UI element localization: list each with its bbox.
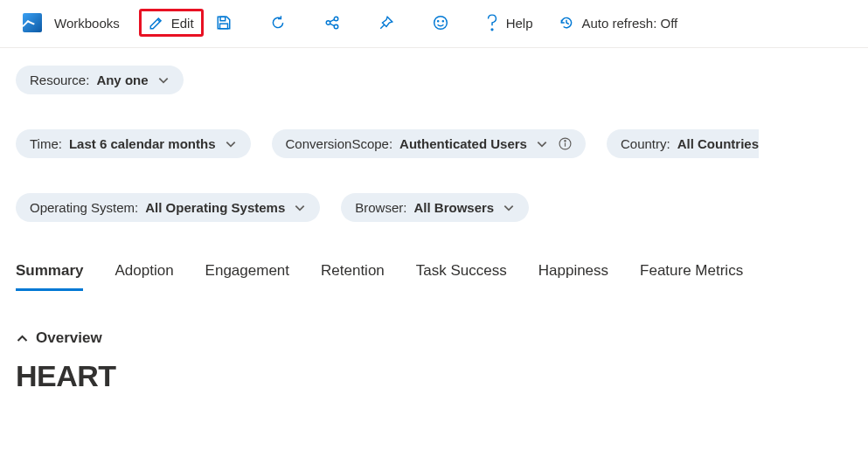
filter-country[interactable]: Country: All Countries <box>607 129 759 158</box>
filter-label: Resource: <box>30 73 89 87</box>
autorefresh-button[interactable]: Auto refresh: Off <box>552 11 684 34</box>
filter-value: Any one <box>96 73 148 87</box>
svg-point-10 <box>565 141 566 142</box>
svg-point-4 <box>334 24 338 29</box>
filter-value: All Browsers <box>413 200 494 215</box>
workbooks-label: Workbooks <box>54 16 120 31</box>
smiley-icon <box>433 15 448 31</box>
help-label: Help <box>506 16 533 31</box>
save-icon <box>216 15 232 31</box>
svg-point-8 <box>491 29 493 31</box>
filter-os[interactable]: Operating System: All Operating Systems <box>16 193 320 222</box>
filter-value: Last 6 calendar months <box>69 136 216 151</box>
tab-feature-metrics[interactable]: Feature Metrics <box>640 262 743 291</box>
pin-button[interactable] <box>370 11 403 34</box>
help-icon <box>485 14 499 31</box>
chevron-down-icon <box>225 138 237 150</box>
svg-point-3 <box>334 17 338 21</box>
toolbar: Workbooks Edit <box>0 0 868 48</box>
edit-button[interactable]: Edit <box>139 9 204 37</box>
info-icon <box>559 137 572 150</box>
refresh-button[interactable] <box>261 11 295 34</box>
filter-label: Operating System: <box>30 200 138 215</box>
chevron-down-icon <box>294 202 306 214</box>
workbooks-button[interactable]: Workbooks <box>16 10 127 36</box>
tab-task-success[interactable]: Task Success <box>416 262 507 291</box>
filter-label: ConversionScope: <box>286 136 393 151</box>
overview-section: Overview HEART <box>0 291 868 393</box>
svg-rect-0 <box>220 17 226 21</box>
autorefresh-label: Auto refresh: Off <box>581 16 677 31</box>
pin-icon <box>378 15 394 31</box>
filter-value: All Countries <box>677 136 759 151</box>
refresh-icon <box>270 15 286 31</box>
chevron-up-icon <box>16 332 29 345</box>
tab-adoption[interactable]: Adoption <box>115 262 173 291</box>
svg-point-6 <box>437 21 438 22</box>
share-icon <box>324 15 340 31</box>
edit-label: Edit <box>171 16 194 31</box>
filter-label: Country: <box>621 136 670 151</box>
tab-retention[interactable]: Retention <box>321 262 385 291</box>
help-button[interactable]: Help <box>478 10 540 35</box>
svg-point-2 <box>326 21 330 25</box>
tab-engagement[interactable]: Engagement <box>205 262 289 291</box>
filter-bar: Resource: Any one Time: Last 6 calendar … <box>0 48 868 231</box>
filter-label: Time: <box>30 136 62 151</box>
filter-value: All Operating Systems <box>145 200 285 215</box>
svg-point-5 <box>434 17 447 30</box>
chevron-down-icon <box>536 138 548 150</box>
filter-label: Browser: <box>355 200 406 215</box>
svg-point-7 <box>442 21 443 22</box>
history-icon <box>559 15 574 31</box>
share-button[interactable] <box>316 11 349 34</box>
overview-title: Overview <box>36 329 102 347</box>
overview-toggle[interactable]: Overview <box>16 329 852 347</box>
filter-resource[interactable]: Resource: Any one <box>16 66 184 94</box>
save-button[interactable] <box>207 11 240 34</box>
page-heading: HEART <box>16 359 852 393</box>
pencil-icon <box>149 15 164 31</box>
tab-summary[interactable]: Summary <box>16 262 83 291</box>
filter-time[interactable]: Time: Last 6 calendar months <box>16 129 251 158</box>
svg-rect-1 <box>219 24 227 29</box>
filter-conversion-scope[interactable]: ConversionScope: Authenticated Users <box>272 129 586 158</box>
tab-happiness[interactable]: Happiness <box>538 262 608 291</box>
workbooks-logo-icon <box>23 13 42 32</box>
chevron-down-icon <box>157 74 170 87</box>
tab-bar: Summary Adoption Engagement Retention Ta… <box>0 231 868 291</box>
feedback-button[interactable] <box>424 11 457 34</box>
filter-browser[interactable]: Browser: All Browsers <box>341 193 529 222</box>
chevron-down-icon <box>503 202 515 214</box>
filter-value: Authenticated Users <box>399 136 527 151</box>
